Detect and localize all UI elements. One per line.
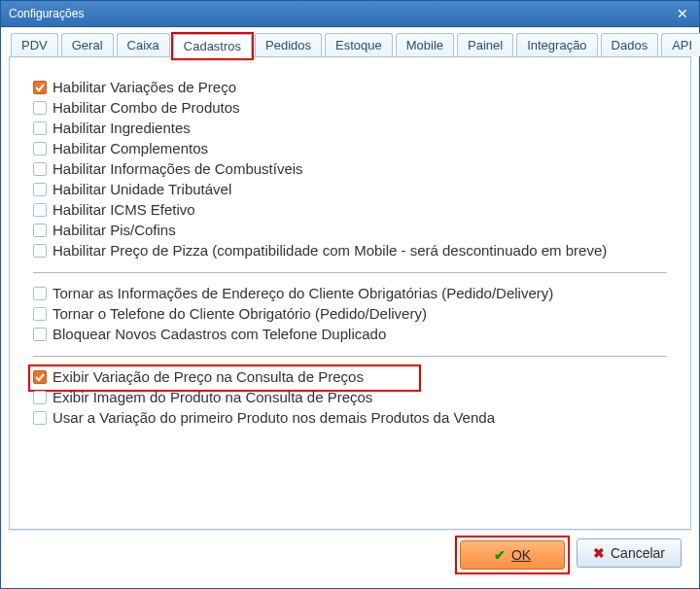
option-label: Habilitar Ingredientes bbox=[52, 120, 191, 136]
checkbox[interactable] bbox=[33, 183, 47, 196]
tab-caixa[interactable]: Caixa bbox=[117, 33, 170, 56]
cancel-button[interactable]: ✖ Cancelar bbox=[577, 538, 682, 568]
option-row: Habilitar Combo de Produtos bbox=[33, 97, 667, 118]
option-row: Habilitar Ingredientes bbox=[33, 118, 667, 138]
tab-pedidos[interactable]: Pedidos bbox=[255, 33, 322, 56]
checkbox[interactable] bbox=[33, 121, 47, 135]
checkbox[interactable] bbox=[33, 391, 47, 404]
option-row: Habilitar Informações de Combustíveis bbox=[33, 158, 667, 179]
tab-dados[interactable]: Dados bbox=[601, 33, 659, 56]
option-row: Usar a Variação do primeiro Produto nos … bbox=[33, 407, 667, 428]
checkbox[interactable] bbox=[33, 411, 47, 425]
checkbox[interactable] bbox=[33, 101, 47, 115]
checkbox[interactable] bbox=[33, 224, 47, 237]
option-group: Habilitar Variações de PreçoHabilitar Co… bbox=[33, 75, 667, 262]
checkbox[interactable] bbox=[33, 162, 47, 176]
close-icon[interactable]: ✕ bbox=[672, 5, 693, 22]
option-group: Exibir Variação de Preço na Consulta de … bbox=[33, 364, 667, 430]
option-label: Exibir Variação de Preço na Consulta de … bbox=[52, 368, 364, 385]
option-row: Exibir Imagem do Produto na Consulta de … bbox=[33, 387, 667, 407]
option-label: Habilitar Informações de Combustíveis bbox=[52, 160, 303, 177]
option-group: Tornar as Informações de Endereço do Cli… bbox=[33, 281, 667, 346]
option-row: Habilitar ICMS Efetivo bbox=[33, 199, 667, 220]
checkbox[interactable] bbox=[33, 203, 47, 217]
client-area: PDVGeralCaixaCadastrosPedidosEstoqueMobi… bbox=[1, 27, 699, 588]
checkbox[interactable] bbox=[33, 81, 47, 94]
tab-panel-cadastros: Habilitar Variações de PreçoHabilitar Co… bbox=[9, 57, 691, 530]
tab-cadastros[interactable]: Cadastros bbox=[173, 34, 252, 57]
checkbox[interactable] bbox=[33, 328, 47, 341]
option-label: Tornar as Informações de Endereço do Cli… bbox=[52, 285, 553, 301]
ok-button-highlight: ✔ OK bbox=[458, 538, 567, 572]
tab-integração[interactable]: Integração bbox=[516, 33, 597, 56]
option-row: Tornar as Informações de Endereço do Cli… bbox=[33, 283, 667, 303]
divider bbox=[33, 356, 667, 357]
option-row: Habilitar Complementos bbox=[33, 138, 667, 158]
option-label: Habilitar Pis/Cofins bbox=[52, 222, 176, 238]
option-label: Habilitar Complementos bbox=[52, 140, 208, 156]
option-row: Habilitar Variações de Preço bbox=[33, 77, 667, 97]
cancel-button-label: Cancelar bbox=[611, 545, 665, 561]
option-row: Tornar o Telefone do Cliente Obrigatório… bbox=[33, 303, 667, 324]
tab-estoque[interactable]: Estoque bbox=[325, 33, 393, 56]
ok-button[interactable]: ✔ OK bbox=[460, 540, 565, 570]
tab-painel[interactable]: Painel bbox=[457, 33, 513, 56]
ok-button-label: OK bbox=[511, 547, 531, 563]
option-row: Habilitar Unidade Tributável bbox=[33, 179, 667, 199]
option-label: Bloquear Novos Cadastros com Telefone Du… bbox=[52, 326, 386, 342]
checkbox[interactable] bbox=[33, 142, 47, 156]
dialog-footer: ✔ OK ✖ Cancelar bbox=[9, 530, 691, 580]
option-row: Exibir Variação de Preço na Consulta de … bbox=[33, 366, 667, 387]
checkbox[interactable] bbox=[33, 287, 47, 300]
option-label: Exibir Imagem do Produto na Consulta de … bbox=[52, 389, 372, 405]
option-label: Habilitar Unidade Tributável bbox=[52, 181, 231, 197]
option-label: Usar a Variação do primeiro Produto nos … bbox=[52, 409, 495, 426]
titlebar: Configurações ✕ bbox=[1, 1, 699, 27]
tab-mobile[interactable]: Mobile bbox=[396, 33, 454, 56]
tab-geral[interactable]: Geral bbox=[61, 33, 114, 56]
option-row: Habilitar Preço de Pizza (compatibilidad… bbox=[33, 240, 667, 260]
x-icon: ✖ bbox=[593, 545, 605, 561]
checkbox[interactable] bbox=[33, 370, 47, 384]
option-label: Habilitar Combo de Produtos bbox=[52, 99, 240, 116]
option-label: Habilitar Preço de Pizza (compatibilidad… bbox=[52, 242, 607, 259]
option-row: Bloquear Novos Cadastros com Telefone Du… bbox=[33, 324, 667, 344]
settings-dialog: Configurações ✕ PDVGeralCaixaCadastrosPe… bbox=[0, 0, 700, 589]
tabstrip: PDVGeralCaixaCadastrosPedidosEstoqueMobi… bbox=[9, 33, 691, 57]
option-label: Habilitar ICMS Efetivo bbox=[52, 201, 195, 218]
option-row: Habilitar Pis/Cofins bbox=[33, 220, 667, 240]
option-label: Habilitar Variações de Preço bbox=[52, 79, 236, 95]
tab-api[interactable]: API bbox=[661, 33, 700, 56]
window-title: Configurações bbox=[9, 7, 672, 20]
checkbox[interactable] bbox=[33, 307, 47, 321]
checkbox[interactable] bbox=[33, 244, 47, 258]
check-icon: ✔ bbox=[494, 547, 506, 563]
option-label: Tornar o Telefone do Cliente Obrigatório… bbox=[52, 305, 427, 322]
divider bbox=[33, 272, 667, 273]
tab-pdv[interactable]: PDV bbox=[11, 33, 58, 56]
